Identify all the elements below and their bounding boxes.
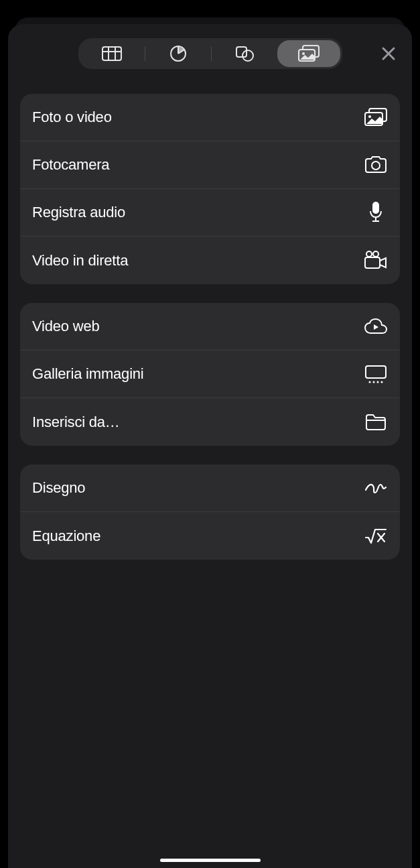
row-label: Video web xyxy=(32,318,100,335)
row-label: Video in diretta xyxy=(32,252,128,269)
svg-point-17 xyxy=(372,162,380,170)
row-equation[interactable]: Equazione xyxy=(20,512,400,560)
row-label: Galleria immagini xyxy=(32,365,144,383)
sqrt-icon xyxy=(364,524,388,548)
svg-point-26 xyxy=(373,381,375,383)
photos-icon xyxy=(364,105,388,129)
svg-rect-23 xyxy=(365,257,380,268)
row-camera[interactable]: Fotocamera xyxy=(20,141,400,189)
svg-point-21 xyxy=(366,251,372,257)
row-record-audio[interactable]: Registra audio xyxy=(20,189,400,237)
home-indicator[interactable] xyxy=(160,859,261,862)
separator xyxy=(211,46,212,61)
close-icon xyxy=(381,46,396,61)
gallery-icon xyxy=(364,362,388,386)
row-insert-from[interactable]: Inserisci da… xyxy=(20,398,400,446)
media-group-2: Video web Galleria immagini xyxy=(20,303,400,446)
row-drawing[interactable]: Disegno xyxy=(20,464,400,512)
tab-charts[interactable] xyxy=(147,40,210,67)
shape-icon xyxy=(234,45,255,62)
video-camera-icon xyxy=(364,249,388,273)
svg-rect-7 xyxy=(236,47,247,57)
row-web-video[interactable]: Video web xyxy=(20,303,400,351)
close-button[interactable] xyxy=(373,38,404,69)
svg-rect-18 xyxy=(373,202,378,213)
tab-shapes[interactable] xyxy=(213,40,276,67)
separator xyxy=(145,46,145,61)
row-label: Equazione xyxy=(32,528,100,545)
microphone-icon xyxy=(364,200,388,225)
svg-point-25 xyxy=(369,381,371,383)
media-icon xyxy=(297,45,320,62)
camera-icon xyxy=(364,153,388,177)
content: Foto o video Fotocamera xyxy=(8,74,412,560)
svg-point-16 xyxy=(368,115,371,118)
row-label: Registra audio xyxy=(32,204,125,221)
row-label: Fotocamera xyxy=(32,156,109,174)
row-label: Foto o video xyxy=(32,109,112,126)
tab-media[interactable] xyxy=(277,40,340,67)
svg-point-11 xyxy=(302,52,305,55)
table-icon xyxy=(102,46,122,61)
row-photo-video[interactable]: Foto o video xyxy=(20,94,400,141)
cloud-play-icon xyxy=(364,314,388,338)
svg-point-27 xyxy=(377,381,379,383)
svg-point-22 xyxy=(373,251,378,257)
row-label: Inserisci da… xyxy=(32,414,120,431)
pie-chart-icon xyxy=(169,45,187,62)
row-live-video[interactable]: Video in diretta xyxy=(20,237,400,284)
media-group-3: Disegno Equazione xyxy=(20,464,400,560)
scribble-icon xyxy=(364,476,388,500)
svg-rect-24 xyxy=(366,366,386,378)
row-label: Disegno xyxy=(32,479,85,497)
svg-point-8 xyxy=(242,50,253,61)
insert-segmented-control xyxy=(78,38,342,69)
insert-media-sheet: Foto o video Fotocamera xyxy=(8,24,412,868)
folder-icon xyxy=(364,410,388,434)
topbar xyxy=(8,34,412,74)
svg-rect-0 xyxy=(102,47,121,60)
svg-point-28 xyxy=(381,381,383,383)
row-image-gallery[interactable]: Galleria immagini xyxy=(20,351,400,398)
media-group-1: Foto o video Fotocamera xyxy=(20,94,400,284)
tab-tables[interactable] xyxy=(80,40,143,67)
